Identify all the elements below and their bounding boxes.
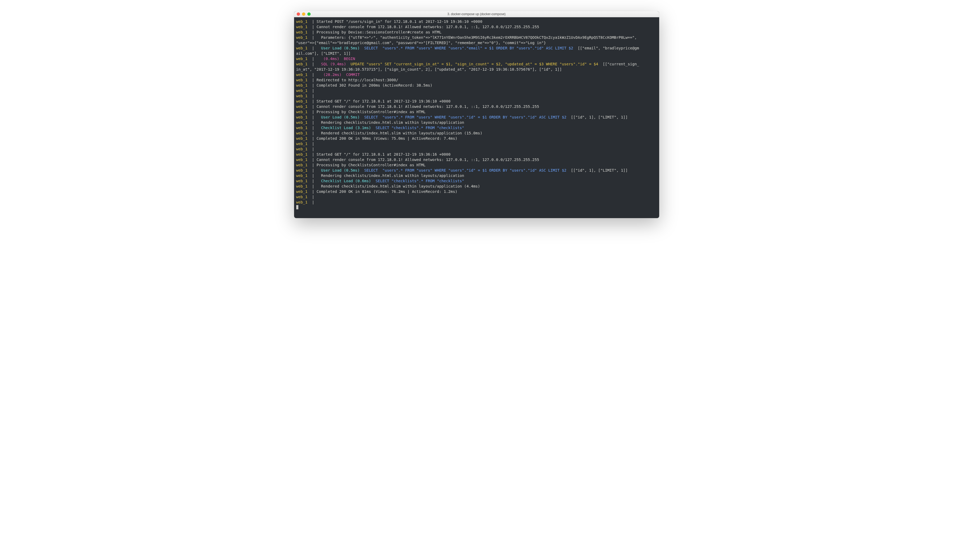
spacer [307,136,312,141]
log-text: Checklist Load (0.6ms) [321,179,371,183]
pipe-separator: | [312,25,314,29]
cursor-line [296,205,657,210]
service-name: web_1 [296,168,308,172]
pipe-separator: | [312,88,314,93]
log-text: SELECT "users".* FROM "users" WHERE "use… [364,46,573,50]
log-line: web_1 | Cannot render console from 172.1… [296,24,657,29]
titlebar[interactable]: 3. docker-compose up (docker-compose) [294,11,659,17]
pipe-separator: | [312,179,314,183]
close-icon[interactable] [297,12,300,15]
pipe-separator: | [312,19,314,24]
service-name: web_1 [296,184,308,188]
spacer [307,78,312,82]
log-text: SELECT "checklists".* FROM "checklists" [376,126,464,130]
spacer [307,195,312,199]
spacer [307,179,312,183]
pipe-separator: | [312,78,314,82]
service-name: web_1 [296,115,308,119]
log-line: web_1 | [296,200,657,205]
pipe-separator: | [312,152,314,156]
service-name: web_1 [296,19,308,24]
service-name: web_1 [296,88,308,93]
log-line: web_1 | Processing by ChecklistsControll… [296,109,657,114]
service-name: web_1 [296,94,308,98]
spacer [307,62,312,66]
log-text [317,179,321,183]
log-line: web_1 | SQL (9.4ms) UPDATE "users" SET "… [296,61,657,67]
log-text: [["id", 1], ["LIMIT", 1]] [567,168,628,172]
log-text: COMMIT [346,73,360,77]
window-title: 3. docker-compose up (docker-compose) [294,12,659,16]
pipe-separator: | [312,168,314,172]
spacer [307,99,312,103]
pipe-separator: | [312,104,314,109]
pipe-separator: | [312,99,314,103]
log-line: web_1 | [296,93,657,99]
spacer [307,158,312,162]
spacer [307,126,312,130]
service-name: web_1 [296,25,308,29]
log-text: Rendering checklists/index.html.slim wit… [317,173,464,178]
log-text [341,73,346,77]
service-name: web_1 [296,104,308,109]
service-name: web_1 [296,173,308,178]
log-text: Completed 302 Found in 200ms (ActiveReco… [317,83,432,87]
pipe-separator: | [312,46,314,50]
spacer [307,115,312,119]
log-text: SELECT "users".* FROM "users" WHERE "use… [364,115,567,119]
service-name: web_1 [296,99,308,103]
log-text: Processing by Devise::SessionsController… [317,30,441,34]
log-line: web_1 | User Load (0.5ms) SELECT "users"… [296,114,657,120]
log-text: Rendered checklists/index.html.slim with… [317,131,482,135]
pipe-separator: | [312,126,314,130]
log-line: web_1 | Completed 302 Found in 200ms (Ac… [296,83,657,88]
log-text: Rendering checklists/index.html.slim wit… [317,120,464,125]
service-name: web_1 [296,131,308,135]
service-name: web_1 [296,136,308,141]
spacer [307,83,312,87]
log-text: Completed 200 OK in 90ms (Views: 75.0ms … [317,136,457,141]
pipe-separator: | [312,189,314,194]
spacer [307,163,312,167]
spacer [307,120,312,125]
log-text [360,168,364,172]
log-line: web_1 | Checklist Load (0.6ms) SELECT "c… [296,178,657,184]
log-text [317,62,321,66]
spacer [307,131,312,135]
pipe-separator: | [312,120,314,125]
log-text: (0.4ms) [323,57,339,61]
service-name: web_1 [296,78,308,82]
spacer [307,25,312,29]
spacer [307,46,312,50]
service-name: web_1 [296,126,308,130]
minimize-icon[interactable] [302,12,305,15]
log-line: web_1 | [296,194,657,200]
log-text: Processing by ChecklistsController#index… [317,110,425,114]
spacer [314,142,317,146]
log-text: Started GET "/" for 172.18.0.1 at 2017-1… [317,152,450,156]
spacer [314,94,317,98]
service-name: web_1 [296,73,308,77]
pipe-separator: | [312,73,314,77]
log-line: web_1 | [296,146,657,152]
spacer [307,110,312,114]
service-name: web_1 [296,36,308,40]
log-text: Rendered checklists/index.html.slim with… [317,184,480,188]
log-text: Checklist Load (3.1ms) [321,126,371,130]
log-text: [["email", "bradleyprice@gm [573,46,639,50]
pipe-separator: | [312,57,314,61]
service-name: web_1 [296,120,308,125]
spacer [307,184,312,188]
spacer [314,195,317,199]
spacer [307,73,312,77]
spacer [307,189,312,194]
log-line: web_1 | Rendered checklists/index.html.s… [296,130,657,136]
pipe-separator: | [312,136,314,141]
log-line: web_1 | [296,88,657,93]
log-line: "user"=>{"email"=>"bradleyprice@gmail.co… [296,40,657,45]
spacer [307,19,312,24]
log-line: web_1 | Cannot render console from 172.1… [296,157,657,162]
pipe-separator: | [312,200,314,204]
terminal-viewport[interactable]: web_1 | Started POST "/users/sign_in" fo… [294,17,659,218]
zoom-icon[interactable] [307,12,310,15]
